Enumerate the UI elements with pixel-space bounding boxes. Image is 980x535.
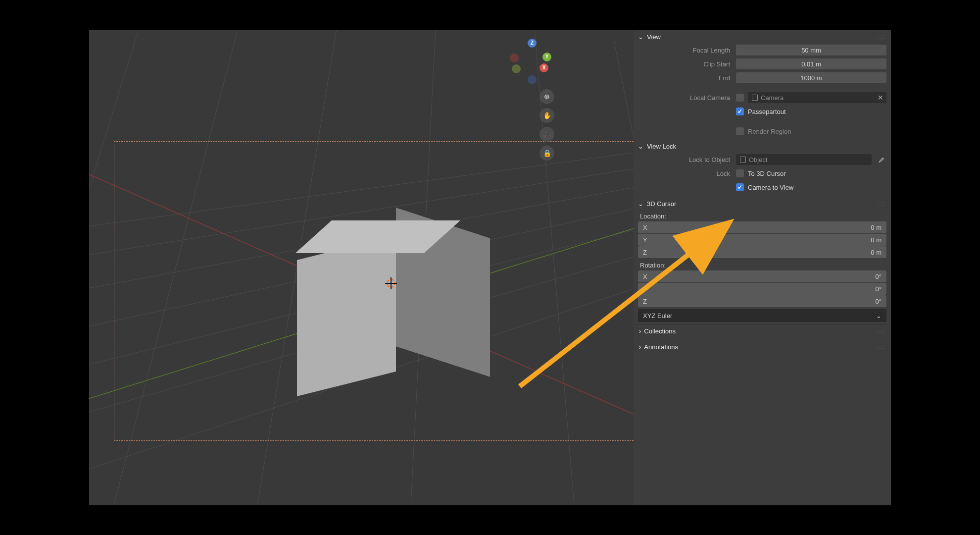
svg-line-9 xyxy=(257,30,337,505)
axis-x-label: X xyxy=(643,224,647,231)
axis-x-label: X xyxy=(643,273,647,280)
lock-to-object-label: Lock to Object xyxy=(638,156,732,163)
axis-y-label: Y xyxy=(643,285,647,293)
eyedropper-icon[interactable] xyxy=(876,154,886,165)
to-3d-cursor-checkbox[interactable] xyxy=(736,169,744,177)
svg-line-13 xyxy=(89,163,634,436)
clip-end-row: End 1000 m xyxy=(638,71,886,84)
view-lock-section-header[interactable]: ⌄ View Lock xyxy=(635,141,889,152)
focal-length-label: Focal Length xyxy=(638,47,732,54)
render-region-label: Render Region xyxy=(748,128,791,135)
annotations-title: Annotations xyxy=(644,343,678,351)
gizmo-neg-y[interactable] xyxy=(512,64,521,73)
gizmo-y-axis[interactable]: Y xyxy=(542,53,551,61)
axis-z-label: Z xyxy=(643,249,647,256)
clip-start-field[interactable]: 0.01 m xyxy=(736,58,886,69)
cursor3d-section-header[interactable]: ⌄ 3D Cursor :::: xyxy=(635,198,889,210)
chevron-down-icon: ⌄ xyxy=(876,312,882,320)
clip-start-label: Clip Start xyxy=(638,60,732,68)
local-camera-row: Local Camera Camera ✕ xyxy=(638,91,886,104)
drag-grip-icon[interactable]: :::: xyxy=(877,201,886,207)
object-data-icon xyxy=(752,95,758,101)
drag-grip-icon[interactable]: :::: xyxy=(876,344,885,350)
chevron-down-icon: ⌄ xyxy=(638,143,644,150)
cursor-loc-x[interactable]: X 0 m xyxy=(638,221,886,233)
collections-section-header[interactable]: › Collections :::: xyxy=(635,324,889,338)
camera-to-view-label: Camera to View xyxy=(748,184,793,191)
svg-line-8 xyxy=(114,30,238,505)
lock-row: Lock To 3D Cursor xyxy=(638,167,886,180)
svg-line-10 xyxy=(411,30,436,505)
passepartout-checkbox[interactable] xyxy=(736,107,744,115)
view-lock-title: View Lock xyxy=(647,143,676,150)
cursor3d-title: 3D Cursor xyxy=(647,200,676,208)
local-camera-label: Local Camera xyxy=(638,94,732,102)
cursor-rot-x[interactable]: X 0° xyxy=(638,270,886,282)
pan-tool-icon[interactable]: ✋ xyxy=(539,108,554,123)
passepartout-label: Passepartout xyxy=(748,108,786,115)
lock-to-object-placeholder: Object xyxy=(749,156,768,163)
chevron-down-icon: ⌄ xyxy=(638,33,644,41)
chevron-right-icon: › xyxy=(639,343,641,351)
to-3d-cursor-label: To 3D Cursor xyxy=(748,170,786,177)
chevron-down-icon: ⌄ xyxy=(638,200,644,208)
clip-end-label: End xyxy=(638,74,732,82)
orientation-gizmo[interactable]: Z Y X xyxy=(510,39,554,83)
gizmo-neg-z[interactable] xyxy=(528,75,537,84)
cursor-loc-y-value: 0 m xyxy=(871,236,882,244)
local-camera-checkbox[interactable] xyxy=(736,94,744,102)
lock-label: Lock xyxy=(638,170,732,177)
drag-grip-icon[interactable]: :::: xyxy=(876,328,885,334)
lock-to-object-field[interactable]: Object xyxy=(736,154,872,165)
viewport-3d[interactable]: Z Y X ⊕ ✋ 🎥 🔒 xyxy=(89,30,634,505)
axis-z-label: Z xyxy=(643,298,647,305)
lock-view-icon[interactable]: 🔒 xyxy=(539,146,554,160)
collections-title: Collections xyxy=(644,327,676,335)
camera-to-view-checkbox[interactable] xyxy=(736,183,744,191)
viewport-tools: ⊕ ✋ 🎥 🔒 xyxy=(539,89,554,160)
local-camera-value: Camera xyxy=(761,94,784,102)
lock-to-object-row: Lock to Object Object xyxy=(638,153,886,166)
cursor-rot-y[interactable]: Y 0° xyxy=(638,283,886,295)
camera-view-icon[interactable]: 🎥 xyxy=(539,127,554,142)
cursor-rot-z-value: 0° xyxy=(876,298,882,305)
focal-length-row: Focal Length 50 mm xyxy=(638,44,886,56)
drag-grip-icon[interactable]: :::: xyxy=(877,34,886,40)
cursor-loc-y[interactable]: Y 0 m xyxy=(638,234,886,246)
axis-y-label: Y xyxy=(643,236,647,244)
svg-line-3 xyxy=(89,272,634,485)
svg-line-5 xyxy=(89,161,634,263)
clip-end-field[interactable]: 1000 m xyxy=(736,72,886,83)
app-frame: Z Y X ⊕ ✋ 🎥 🔒 ⌄ View :::: Focal Length 5… xyxy=(89,30,891,505)
zoom-tool-icon[interactable]: ⊕ xyxy=(539,89,554,104)
view-section-header[interactable]: ⌄ View :::: xyxy=(635,31,889,43)
n-panel: ⌄ View :::: Focal Length 50 mm Clip Star… xyxy=(634,30,891,505)
focal-length-field[interactable]: 50 mm xyxy=(736,45,886,55)
camera-to-view-row: . Camera to View xyxy=(638,181,886,194)
svg-line-2 xyxy=(89,243,634,426)
annotations-section-header[interactable]: › Annotations :::: xyxy=(635,340,889,354)
cursor-loc-z[interactable]: Z 0 m xyxy=(638,246,886,258)
cursor-rot-y-value: 0° xyxy=(876,285,882,293)
clear-icon[interactable]: ✕ xyxy=(878,94,883,102)
view-section-title: View xyxy=(647,33,661,41)
clip-start-row: Clip Start 0.01 m xyxy=(638,57,886,70)
svg-line-7 xyxy=(89,30,139,505)
render-region-checkbox[interactable] xyxy=(736,127,744,135)
render-region-row: . Render Region xyxy=(638,125,886,138)
gizmo-z-axis[interactable]: Z xyxy=(528,39,537,48)
cursor-rot-x-value: 0° xyxy=(876,273,882,280)
gizmo-neg-x[interactable] xyxy=(510,54,519,62)
cursor-rot-z[interactable]: Z 0° xyxy=(638,295,886,307)
rotation-label: Rotation: xyxy=(635,259,889,270)
cursor-loc-x-value: 0 m xyxy=(871,224,882,231)
rotation-mode-select[interactable]: XYZ Euler ⌄ xyxy=(638,309,886,322)
location-label: Location: xyxy=(635,210,889,221)
cursor-loc-z-value: 0 m xyxy=(871,249,882,256)
passepartout-row: . Passepartout xyxy=(638,105,886,118)
chevron-right-icon: › xyxy=(639,327,641,335)
rotation-mode-value: XYZ Euler xyxy=(643,312,672,320)
gizmo-x-axis[interactable]: X xyxy=(539,63,548,72)
local-camera-field[interactable]: Camera ✕ xyxy=(748,92,886,103)
object-data-icon xyxy=(740,157,746,162)
